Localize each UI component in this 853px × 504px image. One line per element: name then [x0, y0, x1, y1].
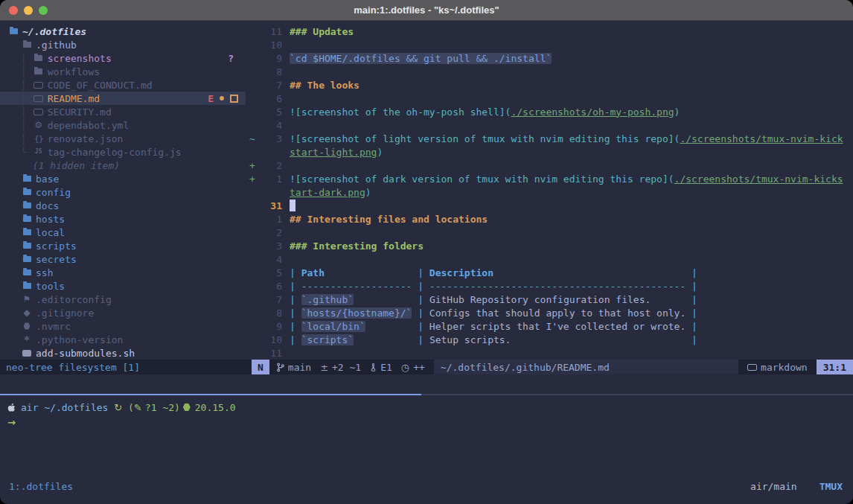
line-number: 6 [261, 281, 282, 292]
folder-icon [21, 283, 33, 289]
line-number: 2 [261, 160, 282, 171]
tree-item-renovate-json[interactable]: │ {}renovate.json [0, 132, 246, 145]
editor-line[interactable]: tart-dark.png) [246, 185, 853, 199]
tree-item-dotfiles[interactable]: ~/.dotfiles [0, 25, 246, 38]
git-sign [246, 39, 261, 51]
tree-item-editorconfig[interactable]: ⚑.editorconfig [0, 293, 246, 306]
tree-item-nvmrc[interactable]: .nvmrc [0, 319, 246, 333]
neo-tree-sidebar: ~/.dotfiles.github│ screenshots?│ workfl… [0, 21, 246, 360]
tree-item-dependabot-yml[interactable]: │ ⚙dependabot.yml [0, 118, 246, 132]
tree-indent-guide: │ [21, 93, 33, 104]
tree-item-screenshots[interactable]: │ screenshots? [0, 51, 246, 65]
editor-line[interactable]: 9| `local/bin` | Helper scripts that I'v… [246, 319, 853, 333]
tree-item-ssh[interactable]: ssh [0, 266, 246, 279]
editor-line[interactable]: 7## The looks [246, 78, 853, 92]
tree-item-tag-changelog-config-js[interactable]: └ JStag-changelog-config.js [0, 145, 246, 159]
git-sign [246, 106, 261, 118]
tree-item-config[interactable]: config [0, 185, 246, 199]
editor-line[interactable]: 11### Updates [246, 25, 853, 38]
line-text: `cd $HOME/.dotfiles && git pull && ./ins… [282, 53, 552, 64]
tree-item-label: secrets [36, 254, 77, 265]
close-button[interactable] [9, 6, 18, 15]
filetype-indicator: markdown [747, 360, 808, 374]
folder-icon [21, 243, 33, 249]
zoom-button[interactable] [39, 6, 48, 15]
editor-buffer[interactable]: 11### Updates 10 9`cd $HOME/.dotfiles &&… [246, 21, 853, 360]
tree-item-label: tag-changelog-config.js [48, 147, 182, 158]
line-number: 6 [261, 93, 282, 104]
editor-line[interactable]: 9`cd $HOME/.dotfiles && git pull && ./in… [246, 51, 853, 65]
editor-line[interactable]: 11 [246, 346, 853, 360]
editor-line[interactable]: 6| ------------------- | ---------------… [246, 279, 853, 293]
editor-line[interactable]: +1![screenshot of dark version of tmux w… [246, 172, 853, 185]
editor-line[interactable]: +2 [246, 159, 853, 172]
git-sign [246, 214, 261, 225]
tree-item-secrets[interactable]: secrets [0, 252, 246, 266]
tree-item-base[interactable]: base [0, 172, 246, 185]
editor-line[interactable]: 5![screenshot of the oh-my-posh shell](.… [246, 105, 853, 118]
node-version: 20.15.0 [195, 402, 236, 413]
editor-line[interactable]: 5| Path | Description | [246, 266, 853, 279]
editor-line[interactable]: 6 [246, 92, 853, 105]
tree-item-scripts[interactable]: scripts [0, 239, 246, 252]
git-sign [246, 348, 261, 359]
git-sign [246, 294, 261, 305]
prompt-arrow: → [7, 417, 16, 428]
tree-item-hosts[interactable]: hosts [0, 212, 246, 226]
tree-item-readme-md[interactable]: │ README.mdE [0, 92, 246, 105]
minimize-button[interactable] [24, 6, 33, 15]
tree-item-add-submodules-sh[interactable]: add-submodules.sh [0, 346, 246, 360]
editor-line[interactable]: 8 [246, 65, 853, 78]
tree-item-label: SECURITY.md [48, 106, 112, 118]
prompt-cwd: ~/.dotfiles [44, 402, 108, 413]
prompt-input-line[interactable]: → [7, 415, 853, 430]
tree-item-github[interactable]: .github [0, 38, 246, 51]
editor-line[interactable]: start-light.png) [246, 145, 853, 159]
line-text [282, 200, 295, 212]
editor-line[interactable]: 2 [246, 226, 853, 239]
md-icon [33, 82, 45, 89]
folder-icon [21, 229, 33, 235]
git-sign [246, 53, 261, 64]
braces-icon: {} [33, 135, 45, 143]
flask-icon [370, 363, 377, 371]
editor-line[interactable]: 3### Interesting folders [246, 239, 853, 252]
tree-item-tools[interactable]: tools [0, 279, 246, 293]
line-number: 8 [261, 66, 282, 77]
editor-line[interactable]: 10 [246, 38, 853, 51]
editor-line[interactable]: ~3![screenshot of light version of tmux … [246, 132, 853, 145]
editor-line[interactable]: 7| `.github` | GitHub Repository configu… [246, 293, 853, 306]
tree-item-python-version[interactable]: *.python-version [0, 333, 246, 346]
tree-item-1-hidden-item[interactable]: (1 hidden item) [0, 159, 246, 172]
tree-item-gitignore[interactable]: ◆.gitignore [0, 306, 246, 319]
editor-line[interactable]: 4 [246, 118, 853, 132]
line-number: 2 [261, 227, 282, 238]
tree-item-label: scripts [36, 240, 77, 252]
editor-line[interactable]: 31 [246, 199, 853, 212]
tree-item-code-of-conduct-md[interactable]: │ CODE_OF_CONDUCT.md [0, 78, 246, 92]
line-text: | `.github` | GitHub Repository configur… [282, 294, 697, 305]
diamond-icon: ◆ [21, 308, 33, 317]
tree-item-local[interactable]: local [0, 226, 246, 239]
git-sign: + [246, 173, 261, 185]
tree-item-label: ~/.dotfiles [22, 26, 86, 37]
tree-item-label: .nvmrc [36, 321, 71, 332]
editor-line[interactable]: 10| `scripts` | Setup scripts. | [246, 333, 853, 346]
line-text: | `local/bin` | Helper scripts that I've… [282, 321, 697, 332]
line-number: 10 [261, 334, 282, 345]
editor-line[interactable]: 8| `hosts/{hostname}/` | Configs that sh… [246, 306, 853, 319]
git-sync-icon: ↻ [114, 402, 122, 413]
folder-icon [7, 28, 19, 34]
git-sign [246, 66, 261, 77]
clock-icon: ◷ [401, 362, 409, 373]
editor-line[interactable]: 4 [246, 252, 853, 266]
tree-item-workflows[interactable]: │ workflows [0, 65, 246, 78]
tree-item-label: tools [36, 281, 65, 292]
tree-item-security-md[interactable]: │ SECURITY.md [0, 105, 246, 118]
shell-pane[interactable]: air ~/.dotfiles ↻ (✎ ?1 ~2)20.15.0 → [0, 395, 853, 477]
tmux-window-tab[interactable]: 1:.dotfiles [9, 481, 73, 492]
editor-line[interactable]: 1## Interesting files and locations [246, 212, 853, 226]
git-sign [246, 267, 261, 278]
tree-item-docs[interactable]: docs [0, 199, 246, 212]
folder-icon [21, 189, 33, 195]
